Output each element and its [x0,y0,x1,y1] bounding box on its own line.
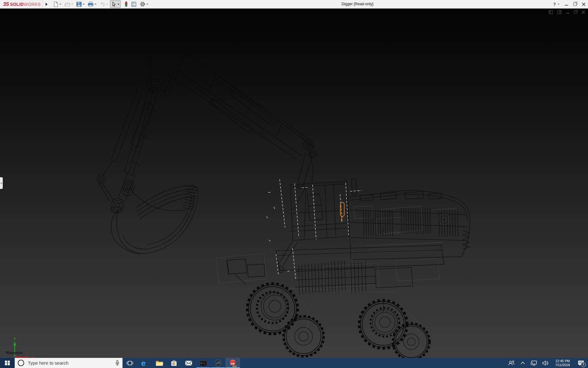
people-icon [508,360,515,366]
notification-badge: 2 [581,362,586,367]
solidworks-2017-button[interactable]: SW 2017 [225,358,240,368]
options-button[interactable] [138,0,149,8]
open-folder-icon [64,2,70,7]
chevron-up-icon [521,362,525,364]
file-explorer-icon [156,360,163,366]
windows-logo-icon [5,361,10,366]
tray-overflow-button[interactable] [518,358,527,368]
wireframe-excavator [0,8,588,358]
mail-button[interactable] [181,358,196,368]
view-orientation-label: *Dimetric [5,351,23,355]
svg-text:SW: SW [231,362,235,365]
clock-time: 12:45 PM [553,359,572,363]
svg-text:2017: 2017 [232,365,237,367]
system-tray: 12:45 PM 7/11/2018 2 [507,358,588,368]
cortana-icon [18,360,24,366]
task-view-icon [126,360,133,366]
document-title: Digger [Read-only] [341,0,373,8]
restore-button[interactable] [573,3,577,6]
rebuild-button[interactable] [123,0,129,8]
clock-date: 7/11/2018 [553,363,572,367]
help-button[interactable]: ? [553,2,556,7]
select-button[interactable] [110,0,121,8]
print-button[interactable] [86,0,98,8]
menu-flyout-arrow[interactable] [46,3,47,6]
network-button[interactable] [530,358,539,368]
taskbar: e C:\_ [0,358,588,368]
new-document-icon [53,2,58,7]
volume-button[interactable] [541,358,550,368]
help-caret-icon[interactable] [558,4,560,5]
edge-icon: e [141,359,149,367]
new-document-button[interactable] [52,0,62,8]
save-floppy-icon [76,2,82,7]
file-properties-icon [131,2,137,7]
print-icon [88,2,94,7]
minimize-button[interactable] [565,5,568,6]
titlebar: 3S SOLIDWORKS [0,0,588,9]
select-cursor-icon [111,2,117,7]
solidworks-logo: 3S SOLIDWORKS [0,0,43,8]
rebuild-traffic-light-icon [124,1,128,7]
hexagon-app-icon [214,359,222,367]
triad-y-label: Y [13,337,16,341]
edge-button[interactable]: e [137,358,152,368]
svg-text:C:\_: C:\_ [201,362,206,364]
search-input[interactable] [27,360,112,366]
store-button[interactable] [167,358,181,368]
options-gear-icon [140,1,145,7]
taskbar-search[interactable] [15,358,123,368]
hexagon-app-button[interactable] [211,358,225,368]
open-button[interactable] [63,0,74,8]
volume-icon [542,360,549,366]
save-button[interactable] [75,0,86,8]
command-prompt-button[interactable]: C:\_ [196,358,211,368]
network-icon [531,360,537,366]
microphone-icon [115,360,119,366]
action-center-button[interactable]: 2 [575,358,587,368]
mail-icon [185,360,192,366]
ds-logo-mark: 3S [3,1,9,7]
file-properties-button[interactable] [130,0,138,8]
undo-button[interactable] [98,0,109,8]
store-icon [171,360,177,366]
people-button[interactable] [507,358,516,368]
start-button[interactable] [0,358,15,368]
close-button[interactable] [582,2,586,6]
clock[interactable]: 12:45 PM 7/11/2018 [552,359,573,367]
svg-text:e: e [141,359,145,367]
graphics-viewport[interactable]: Y X Z *Dimetric [0,8,588,358]
undo-icon [100,2,105,7]
solidworks-2017-icon: SW 2017 [229,359,237,367]
task-view-button[interactable] [123,358,137,368]
command-prompt-icon: C:\_ [200,360,207,366]
file-explorer-button[interactable] [152,358,167,368]
